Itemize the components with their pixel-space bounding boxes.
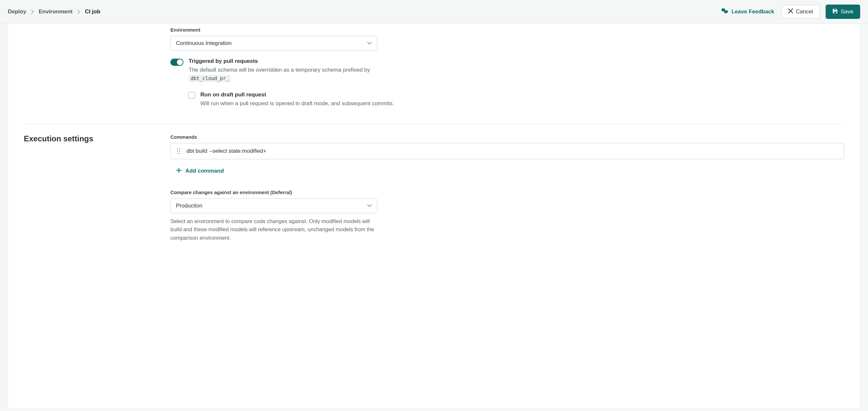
feedback-label: Leave Feedback xyxy=(732,8,774,15)
command-input[interactable]: dbt build --select state:modified+ xyxy=(170,143,844,159)
save-label: Save xyxy=(841,8,853,15)
plus-icon xyxy=(176,168,182,175)
add-command-button[interactable]: Add command xyxy=(176,165,224,177)
schema-prefix-code: dbt_cloud_pr_ xyxy=(189,75,231,82)
header-actions: Leave Feedback Cancel Save xyxy=(720,5,860,19)
command-text: dbt build --select state:modified+ xyxy=(186,148,266,154)
svg-point-2 xyxy=(177,151,178,152)
chevron-right-icon xyxy=(77,9,81,14)
breadcrumb: Deploy Environment CI job xyxy=(8,8,100,15)
deferral-help-text: Select an environment to compare code ch… xyxy=(170,217,379,242)
run-on-draft-title: Run on draft pull request xyxy=(200,92,266,98)
triggered-by-pr-title: Triggered by pull requests xyxy=(189,58,258,64)
save-button[interactable]: Save xyxy=(826,5,860,19)
page-header: Deploy Environment CI job Leave Feedback… xyxy=(0,0,868,24)
add-command-label: Add command xyxy=(185,168,224,174)
drag-handle-icon[interactable] xyxy=(177,148,181,154)
cancel-label: Cancel xyxy=(796,8,813,15)
close-icon xyxy=(788,8,793,15)
triggered-by-pr-desc: The default schema will be overridden as… xyxy=(189,66,371,83)
svg-point-5 xyxy=(179,153,180,154)
deferral-label: Compare changes against an environment (… xyxy=(170,190,844,195)
svg-point-3 xyxy=(179,151,180,152)
execution-settings-title: Execution settings xyxy=(24,134,170,143)
main-content: Environment Continuous Integration Trigg… xyxy=(8,24,860,408)
cancel-button[interactable]: Cancel xyxy=(781,5,820,19)
environment-select[interactable]: Continuous Integration xyxy=(170,36,377,51)
svg-point-1 xyxy=(179,148,180,149)
svg-point-4 xyxy=(177,153,178,154)
environment-select-value: Continuous Integration xyxy=(176,40,232,46)
save-icon xyxy=(833,8,838,15)
run-on-draft-desc: Will run when a pull request is opened i… xyxy=(200,99,394,108)
run-on-draft-checkbox[interactable] xyxy=(188,92,195,99)
breadcrumb-deploy[interactable]: Deploy xyxy=(8,8,26,15)
breadcrumb-current: CI job xyxy=(85,8,100,15)
chevron-right-icon xyxy=(31,9,34,14)
comments-icon xyxy=(721,8,728,16)
deferral-select[interactable]: Production xyxy=(170,198,377,213)
deferral-select-value: Production xyxy=(176,202,202,209)
triggered-by-pr-toggle[interactable] xyxy=(170,59,183,66)
breadcrumb-environment[interactable]: Environment xyxy=(39,8,73,15)
chevron-down-icon xyxy=(367,202,372,209)
leave-feedback-button[interactable]: Leave Feedback xyxy=(720,5,775,19)
svg-point-0 xyxy=(177,148,178,149)
environment-label: Environment xyxy=(170,27,844,33)
chevron-down-icon xyxy=(367,40,372,46)
commands-label: Commands xyxy=(170,134,844,140)
